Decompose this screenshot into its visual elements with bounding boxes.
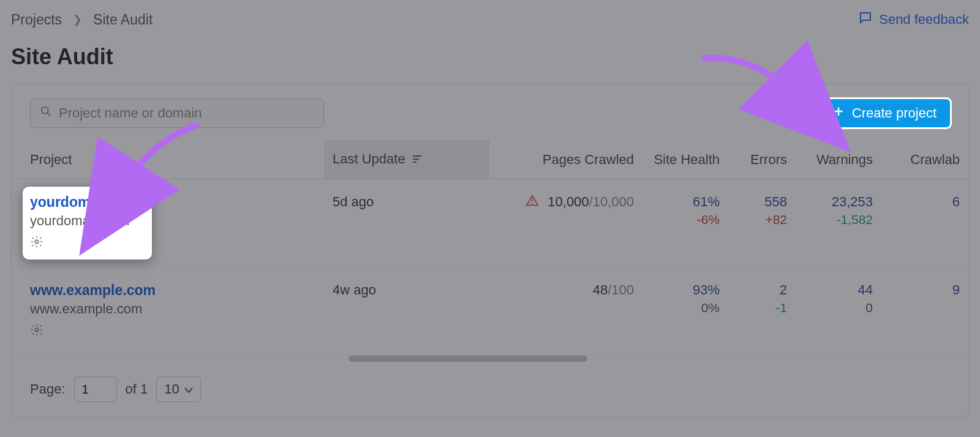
table-row: yourdomain.com yourdomain.com 5d ago [12, 179, 968, 267]
page-title: Site Audit [11, 44, 969, 70]
col-crawlability[interactable]: Crawlab [881, 140, 968, 179]
warnings-value: 44 [804, 282, 873, 298]
breadcrumb-root[interactable]: Projects [11, 12, 62, 28]
search-input[interactable]: Project name or domain [30, 99, 324, 128]
scrollbar-thumb[interactable] [349, 356, 587, 362]
col-errors[interactable]: Errors [728, 140, 796, 179]
errors-cell: 558 +82 [728, 179, 796, 267]
warnings-delta: -1,582 [804, 212, 873, 227]
pages-crawled-cell: 10,000/10,000 [489, 179, 643, 267]
svg-rect-6 [413, 162, 417, 163]
crawlability-cell: 6 [881, 179, 968, 267]
breadcrumb-current: Site Audit [93, 12, 153, 28]
svg-point-0 [42, 107, 48, 114]
project-cell-highlight[interactable]: yourdomain.com yourdomain.com [23, 187, 152, 260]
warnings-cell: 23,253 -1,582 [796, 179, 881, 267]
gear-icon[interactable] [30, 323, 315, 340]
page-size-select[interactable]: 10 [156, 376, 200, 402]
site-health-value: 61% [651, 194, 720, 210]
errors-delta: -1 [737, 301, 787, 315]
errors-value: 558 [737, 194, 787, 210]
page-size-value: 10 [164, 381, 179, 397]
chevron-right-icon: ❯ [73, 13, 82, 26]
plus-icon [832, 105, 845, 121]
send-feedback-link[interactable]: Send feedback [858, 10, 969, 29]
crawlability-value: 9 [890, 282, 960, 298]
col-warnings[interactable]: Warnings [796, 140, 881, 179]
projects-table: Project Last Update Pages Crawled Site H… [12, 140, 968, 356]
chat-icon [858, 10, 873, 29]
svg-rect-4 [413, 155, 421, 157]
chevron-down-icon [184, 381, 193, 397]
site-health-delta: -6% [651, 212, 720, 227]
crawled-used: 10,000 [548, 194, 589, 209]
warning-icon [526, 194, 539, 211]
warnings-cell: 44 0 [796, 267, 881, 356]
create-project-label: Create project [852, 105, 937, 121]
page-input[interactable] [74, 376, 117, 402]
search-placeholder: Project name or domain [59, 105, 202, 121]
create-project-button[interactable]: Create project [819, 99, 950, 127]
last-update-cell: 4w ago [324, 267, 489, 356]
gear-icon[interactable] [30, 235, 143, 252]
pages-crawled-cell: 48/100 [489, 267, 643, 356]
svg-rect-9 [532, 203, 533, 204]
errors-cell: 2 -1 [728, 267, 796, 356]
project-link[interactable]: www.example.com [30, 282, 315, 299]
svg-rect-8 [532, 199, 533, 202]
svg-line-1 [48, 113, 51, 116]
svg-rect-5 [413, 159, 419, 160]
crawlability-value: 6 [890, 194, 960, 210]
warnings-delta: 0 [804, 301, 873, 315]
svg-point-10 [35, 328, 39, 332]
col-site-health[interactable]: Site Health [643, 140, 728, 179]
project-link[interactable]: yourdomain.com [30, 194, 143, 211]
search-icon [39, 105, 53, 122]
projects-panel: Project name or domain Create project Pr… [11, 83, 969, 417]
col-pages-crawled[interactable]: Pages Crawled [489, 140, 643, 179]
last-update-cell: 5d ago [324, 179, 489, 267]
col-last-update-label: Last Update [333, 151, 405, 166]
sort-icon [413, 152, 424, 168]
site-health-cell: 61% -6% [643, 179, 728, 267]
project-domain: www.example.com [30, 301, 315, 317]
site-health-cell: 93% 0% [643, 267, 728, 356]
col-project[interactable]: Project [12, 140, 324, 179]
crawled-total: /100 [608, 282, 634, 297]
breadcrumb: Projects ❯ Site Audit [11, 12, 153, 28]
site-health-value: 93% [651, 282, 720, 298]
send-feedback-label: Send feedback [879, 12, 969, 28]
pagination: Page: of 1 10 [12, 362, 968, 402]
table-row: www.example.com www.example.com 4w ago 4… [12, 267, 968, 356]
site-health-delta: 0% [651, 301, 720, 315]
page-of-label: of 1 [126, 381, 148, 397]
errors-delta: +82 [737, 212, 787, 227]
crawled-used: 48 [593, 282, 608, 297]
crawlability-cell: 9 [881, 267, 968, 356]
errors-value: 2 [737, 282, 787, 298]
horizontal-scrollbar[interactable] [30, 356, 950, 362]
col-last-update[interactable]: Last Update [324, 140, 489, 179]
page-label: Page: [30, 381, 66, 397]
crawled-total: /10,000 [589, 194, 634, 209]
project-domain: yourdomain.com [30, 213, 143, 229]
warnings-value: 23,253 [804, 194, 873, 210]
svg-point-7 [35, 240, 39, 244]
